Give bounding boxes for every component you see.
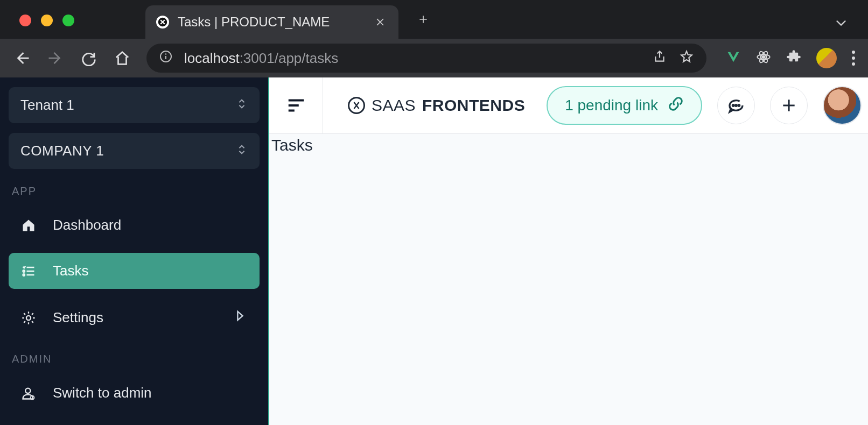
gear-icon [20, 310, 37, 326]
back-button[interactable] [13, 49, 31, 67]
tabs-overflow-button[interactable] [834, 15, 849, 32]
browser-menu-button[interactable] [852, 51, 855, 66]
svg-point-13 [736, 105, 737, 107]
user-avatar[interactable] [823, 86, 862, 125]
add-button[interactable] [770, 87, 808, 124]
tab-close-icon[interactable] [373, 15, 388, 30]
reload-button[interactable] [80, 49, 98, 67]
link-icon [668, 96, 684, 116]
window-controls [19, 15, 74, 26]
company-selector[interactable]: COMPANY 1 [9, 133, 260, 169]
company-name: COMPANY 1 [20, 143, 104, 159]
page-content: Tasks [269, 133, 868, 157]
url-text: localhost:3001/app/tasks [184, 50, 338, 67]
chevron-right-icon [233, 308, 248, 327]
pending-link-button[interactable]: 1 pending link [547, 86, 702, 125]
extensions-icon[interactable] [786, 49, 801, 67]
sidebar-item-settings[interactable]: Settings [9, 299, 260, 337]
maximize-window-button[interactable] [62, 15, 74, 26]
svg-point-14 [738, 105, 740, 107]
react-devtools-icon[interactable] [756, 49, 771, 67]
minimize-window-button[interactable] [41, 15, 53, 26]
home-button[interactable] [113, 49, 131, 67]
browser-tabbar: Tasks | PRODUCT_NAME [0, 0, 868, 39]
svg-point-3 [762, 56, 765, 59]
brand-prefix: SAAS [372, 96, 416, 115]
chevron-updown-icon [236, 143, 248, 159]
close-window-button[interactable] [19, 15, 31, 26]
app-main: SAASFRONTENDS 1 pending link Tasks [269, 77, 868, 425]
forward-button[interactable] [46, 49, 65, 67]
section-label-app: APP [12, 185, 256, 197]
brand-suffix: FRONTENDS [422, 96, 525, 115]
sidebar-item-label: Dashboard [53, 217, 121, 233]
url-path: /app/tasks [275, 50, 339, 66]
url-port: :3001 [240, 50, 275, 66]
site-info-icon[interactable] [159, 50, 172, 67]
sidebar-item-label: Switch to admin [53, 385, 152, 401]
svg-point-9 [26, 315, 31, 320]
sidebar-item-tasks[interactable]: Tasks [9, 253, 260, 289]
sidebar-item-switch-admin[interactable]: Switch to admin [9, 375, 260, 411]
address-bar[interactable]: localhost:3001/app/tasks [146, 44, 706, 73]
chevron-updown-icon [236, 97, 248, 114]
app-sidebar: Tenant 1 COMPANY 1 APP Dashboard Tasks S… [0, 77, 269, 425]
tenant-name: Tenant 1 [20, 97, 74, 114]
app-topbar: SAASFRONTENDS 1 pending link [269, 77, 868, 133]
svg-point-12 [732, 105, 734, 107]
tenant-selector[interactable]: Tenant 1 [9, 87, 260, 123]
page-title: Tasks [271, 136, 866, 154]
browser-extensions [726, 48, 855, 68]
browser-toolbar: localhost:3001/app/tasks [0, 39, 868, 77]
pending-link-label: 1 pending link [565, 97, 658, 114]
brand-logo-icon [348, 97, 365, 114]
vue-devtools-icon[interactable] [726, 49, 741, 67]
chat-button[interactable] [717, 87, 755, 124]
tab-title: Tasks | PRODUCT_NAME [178, 15, 364, 30]
user-admin-icon [20, 385, 37, 401]
svg-point-2 [165, 53, 166, 54]
new-tab-button[interactable] [416, 12, 431, 27]
section-label-admin: ADMIN [12, 353, 256, 365]
share-icon[interactable] [653, 49, 667, 67]
bookmark-star-icon[interactable] [680, 49, 694, 67]
sidebar-item-label: Tasks [53, 263, 88, 279]
tab-favicon-icon [156, 16, 169, 29]
svg-point-8 [23, 274, 25, 276]
sidebar-toggle-button[interactable] [269, 77, 323, 133]
tasks-list-icon [20, 263, 37, 279]
svg-point-10 [25, 388, 30, 393]
home-icon [20, 217, 37, 233]
sidebar-item-dashboard[interactable]: Dashboard [9, 207, 260, 243]
profile-avatar-icon[interactable] [816, 48, 837, 68]
sidebar-item-label: Settings [53, 309, 103, 326]
svg-point-7 [23, 270, 25, 272]
url-host: localhost [184, 50, 240, 66]
brand: SAASFRONTENDS [348, 96, 525, 115]
browser-tab[interactable]: Tasks | PRODUCT_NAME [145, 5, 398, 39]
